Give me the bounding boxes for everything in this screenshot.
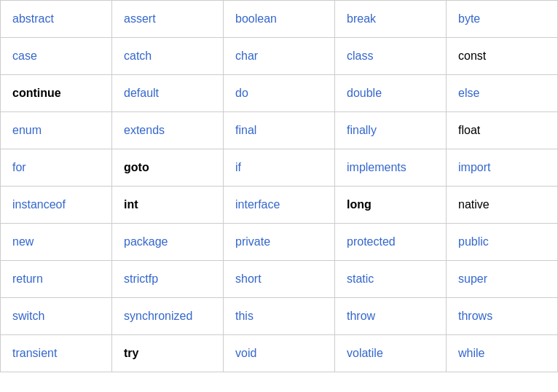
keyword-label: const bbox=[458, 50, 486, 63]
table-cell: byte bbox=[447, 1, 557, 37]
table-cell: case bbox=[1, 38, 112, 74]
table-row: casecatchcharclassconst bbox=[1, 38, 557, 75]
table-cell: while bbox=[447, 335, 557, 372]
table-cell: boolean bbox=[224, 1, 335, 37]
keyword-label: goto bbox=[124, 161, 149, 174]
keyword-label: implements bbox=[347, 161, 406, 174]
table-cell: class bbox=[335, 38, 447, 74]
table-cell: do bbox=[224, 75, 335, 111]
keyword-label: byte bbox=[458, 12, 480, 26]
table-row: abstractassertbooleanbreakbyte bbox=[1, 1, 557, 38]
keyword-label: throws bbox=[458, 310, 492, 323]
keyword-label: synchronized bbox=[124, 310, 192, 323]
keyword-label: boolean bbox=[235, 12, 277, 26]
keyword-label: double bbox=[347, 87, 382, 100]
table-cell: try bbox=[112, 335, 224, 372]
keyword-label: native bbox=[458, 198, 490, 211]
table-cell: if bbox=[224, 149, 335, 186]
table-row: switchsynchronizedthisthrowthrows bbox=[1, 298, 557, 335]
keyword-label: char bbox=[235, 50, 258, 63]
keyword-label: do bbox=[235, 87, 248, 100]
table-cell: private bbox=[224, 224, 335, 260]
table-cell: volatile bbox=[335, 335, 447, 372]
table-cell: switch bbox=[1, 298, 112, 334]
table-cell: long bbox=[335, 187, 447, 223]
keyword-label: break bbox=[347, 12, 376, 26]
table-cell: enum bbox=[1, 112, 112, 149]
keyword-label: abstract bbox=[12, 12, 54, 26]
keyword-label: final bbox=[235, 124, 256, 137]
table-cell: throws bbox=[447, 298, 557, 334]
table-cell: instanceof bbox=[1, 187, 112, 223]
keyword-label: else bbox=[458, 87, 479, 100]
keywords-table: abstractassertbooleanbreakbytecasecatchc… bbox=[0, 0, 558, 372]
table-cell: final bbox=[224, 112, 335, 149]
keyword-label: default bbox=[124, 87, 159, 100]
table-cell: catch bbox=[112, 38, 224, 74]
keyword-label: while bbox=[458, 347, 484, 360]
keyword-label: catch bbox=[124, 50, 152, 63]
keyword-label: continue bbox=[12, 87, 61, 100]
table-cell: strictfp bbox=[112, 261, 224, 297]
keyword-label: finally bbox=[347, 124, 377, 137]
table-cell: import bbox=[447, 149, 557, 186]
table-cell: char bbox=[224, 38, 335, 74]
table-cell: float bbox=[447, 112, 557, 149]
keyword-label: case bbox=[12, 50, 37, 63]
table-cell: void bbox=[224, 335, 335, 372]
keyword-label: switch bbox=[12, 310, 44, 323]
keyword-label: void bbox=[235, 347, 256, 360]
keyword-label: short bbox=[235, 273, 262, 286]
table-cell: synchronized bbox=[112, 298, 224, 334]
keyword-label: return bbox=[12, 273, 43, 286]
keyword-label: throw bbox=[347, 310, 375, 323]
table-cell: const bbox=[447, 38, 557, 74]
keyword-label: super bbox=[458, 273, 487, 286]
table-row: transienttryvoidvolatilewhile bbox=[1, 335, 557, 372]
table-cell: double bbox=[335, 75, 447, 111]
table-cell: throw bbox=[335, 298, 447, 334]
keyword-label: enum bbox=[12, 124, 42, 137]
keyword-label: extends bbox=[124, 124, 165, 137]
table-cell: abstract bbox=[1, 1, 112, 37]
table-row: returnstrictfpshortstaticsuper bbox=[1, 261, 557, 298]
table-cell: for bbox=[1, 149, 112, 186]
keyword-label: import bbox=[458, 161, 490, 174]
table-cell: int bbox=[112, 187, 224, 223]
table-cell: public bbox=[447, 224, 557, 260]
table-cell: package bbox=[112, 224, 224, 260]
keyword-label: this bbox=[235, 310, 254, 323]
keyword-label: volatile bbox=[347, 347, 383, 360]
keyword-label: float bbox=[458, 124, 480, 137]
table-row: continuedefaultdodoubleelse bbox=[1, 75, 557, 112]
keyword-label: class bbox=[347, 50, 373, 63]
table-cell: this bbox=[224, 298, 335, 334]
keyword-label: package bbox=[124, 235, 168, 248]
table-cell: break bbox=[335, 1, 447, 37]
keyword-label: private bbox=[235, 235, 270, 248]
table-cell: return bbox=[1, 261, 112, 297]
table-cell: implements bbox=[335, 149, 447, 186]
table-cell: finally bbox=[335, 112, 447, 149]
keyword-label: long bbox=[347, 198, 372, 211]
table-cell: new bbox=[1, 224, 112, 260]
table-cell: default bbox=[112, 75, 224, 111]
table-cell: super bbox=[447, 261, 557, 297]
table-cell: else bbox=[447, 75, 557, 111]
table-cell: extends bbox=[112, 112, 224, 149]
keyword-label: public bbox=[458, 235, 489, 248]
table-cell: static bbox=[335, 261, 447, 297]
keyword-label: try bbox=[124, 347, 138, 360]
table-cell: short bbox=[224, 261, 335, 297]
table-cell: protected bbox=[335, 224, 447, 260]
keyword-label: assert bbox=[124, 12, 156, 26]
table-row: newpackageprivateprotectedpublic bbox=[1, 224, 557, 261]
table-cell: native bbox=[447, 187, 557, 223]
table-cell: assert bbox=[112, 1, 224, 37]
keyword-label: instanceof bbox=[12, 198, 66, 211]
keyword-label: if bbox=[235, 161, 241, 174]
keyword-label: int bbox=[124, 198, 138, 211]
table-cell: transient bbox=[1, 335, 112, 372]
table-row: forgotoifimplementsimport bbox=[1, 149, 557, 187]
keyword-label: strictfp bbox=[124, 273, 158, 286]
